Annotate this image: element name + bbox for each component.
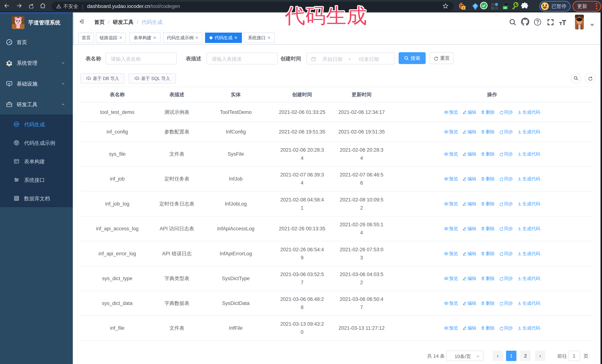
svg-text:on: on: [504, 7, 507, 9]
svg-text:1: 1: [463, 7, 464, 10]
